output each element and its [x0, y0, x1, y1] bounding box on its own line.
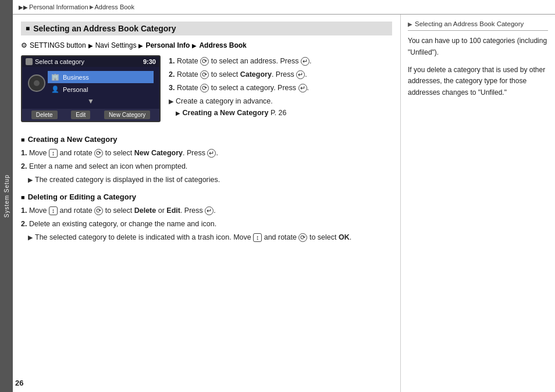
sub-step-text: Create a category in advance. ▶ Creating…: [176, 95, 287, 119]
creating-heading: Creating a New Category: [21, 135, 392, 144]
personal-icon: 👤: [51, 85, 59, 93]
creating-step-1: 1. Move ↕ and rotate ⟳ to select New Cat…: [21, 147, 392, 159]
new-category-btn[interactable]: New Category: [104, 111, 150, 119]
creating-section: Creating a New Category 1. Move ↕ and ro…: [21, 135, 392, 186]
right-panel-para1: You can have up to 100 categories (inclu…: [408, 35, 548, 59]
sidebar-label: System Setup: [3, 174, 10, 218]
creating-step-2: 2. Enter a name and select an icon when …: [21, 161, 392, 172]
page-number: 26: [15, 379, 23, 387]
delete-text: Delete: [134, 206, 156, 215]
settings-icon: ⚙: [21, 41, 27, 49]
move-icon-3: ↕: [253, 233, 262, 242]
screen-and-steps: Select a category 9:30: [21, 55, 392, 128]
creating-sub-text: The created category is displayed in the…: [35, 174, 220, 186]
ok-text: OK: [339, 233, 350, 241]
breadcrumb: ▶▶ Personal Information ▶ Address Book: [13, 0, 555, 15]
deleting-sub-text: The selected category to delete is indic…: [35, 231, 351, 243]
deleting-step1-num: 1.: [21, 206, 27, 215]
sub-step-link-icon: ▶: [176, 110, 180, 116]
push-icon-3: ↵: [298, 84, 307, 92]
move-icon-1: ↕: [49, 149, 58, 158]
push-icon-2: ↵: [296, 70, 305, 79]
step2-num: 2.: [169, 70, 175, 79]
business-label: Business: [63, 74, 89, 81]
creating-step2-num: 2.: [21, 162, 27, 170]
deleting-sub-arrow: ▶: [28, 233, 33, 243]
creating-sub-step: ▶ The created category is displayed in t…: [28, 174, 392, 186]
nav-step3: Address Book: [199, 41, 246, 49]
sub-step-create: ▶ Create a category in advance. ▶ Creati…: [169, 95, 392, 119]
deleting-section: Deleting or Editing a Category 1. Move ↕…: [21, 193, 392, 243]
step1-num: 1.: [169, 57, 175, 65]
right-panel-title: Selecting an Address Book Category: [415, 20, 524, 27]
nav-step1: Navi Settings: [95, 41, 137, 49]
deleting-step-1: 1. Move ↕ and rotate ⟳ to select Delete …: [21, 205, 392, 216]
category-business: 🏢 Business: [48, 71, 154, 83]
right-panel-header: ▶ Selecting an Address Book Category: [408, 20, 548, 31]
deleting-step2-num: 2.: [21, 220, 27, 228]
edit-btn[interactable]: Edit: [71, 111, 90, 119]
sidebar: System Setup: [0, 0, 13, 392]
delete-btn[interactable]: Delete: [31, 111, 58, 119]
breadcrumb-item1: Personal Information: [29, 3, 88, 10]
personal-label: Personal: [63, 86, 88, 93]
screen-container: Select a category 9:30: [21, 55, 161, 122]
move-icon-2: ↕: [49, 206, 58, 215]
nav-settings: SETTINGS button: [30, 41, 86, 49]
creating-step2-text: Enter a name and select an icon when pro…: [29, 162, 187, 170]
creating-heading-text: Creating a New Category: [28, 135, 118, 144]
new-category-text: New Category: [134, 149, 183, 157]
deleting-heading-text: Deleting or Editing a Category: [28, 193, 136, 201]
creating-sub-arrow: ▶: [28, 175, 33, 186]
business-icon: 🏢: [51, 73, 59, 81]
screen-title: Select a category: [35, 58, 84, 65]
sub-step-link: Creating a New Category: [182, 109, 268, 117]
right-panel-text: You can have up to 100 categories (inclu…: [408, 35, 548, 99]
content-area: Selecting an Address Book Category ⚙ SET…: [13, 15, 555, 392]
step2-bold: Category: [240, 70, 272, 79]
panel-header-icon: ▶: [408, 21, 412, 27]
knob-icon-3: ⟳: [200, 84, 209, 92]
section-title: Selecting an Address Book Category: [33, 24, 176, 33]
breadcrumb-arrow1: ▶▶: [19, 4, 28, 10]
knob-icon-1: ⟳: [200, 57, 209, 66]
knob-icon-5: ⟳: [94, 206, 103, 215]
category-personal: 👤 Personal: [48, 83, 154, 95]
creating-step1-num: 1.: [21, 149, 27, 157]
screen-time: 9:30: [143, 58, 156, 65]
right-panel-para2: If you delete a category that is used by…: [408, 65, 548, 99]
deleting-step2-text: Delete an existing category, or change t…: [29, 220, 216, 228]
nav-arrow3: ▶: [192, 42, 197, 49]
edit-text: Edit: [166, 206, 180, 215]
breadcrumb-item2: Address Book: [95, 3, 134, 10]
deleting-steps: 1. Move ↕ and rotate ⟳ to select Delete …: [21, 205, 392, 243]
push-icon-4: ↵: [207, 149, 216, 158]
deleting-step-2: 2. Delete an existing category, or chang…: [21, 218, 392, 230]
creating-steps: 1. Move ↕ and rotate ⟳ to select New Cat…: [21, 147, 392, 186]
deleting-sub-step: ▶ The selected category to delete is ind…: [28, 231, 392, 243]
main-content: ▶▶ Personal Information ▶ Address Book S…: [13, 0, 555, 392]
breadcrumb-arrow2: ▶: [90, 4, 94, 10]
screen-image: Select a category 9:30: [21, 55, 161, 122]
nav-arrow1: ▶: [88, 42, 93, 49]
knob-icon-2: ⟳: [200, 70, 209, 79]
left-content: Selecting an Address Book Category ⚙ SET…: [13, 15, 401, 392]
screen-nav-row: ▼: [24, 96, 157, 106]
screen-footer: Delete Edit New Category: [22, 109, 159, 121]
deleting-heading: Deleting or Editing a Category: [21, 193, 392, 201]
knob-icon-4: ⟳: [94, 149, 103, 158]
section-heading: Selecting an Address Book Category: [21, 22, 392, 35]
nav-triangle: ▼: [87, 97, 94, 105]
push-icon-1: ↵: [301, 57, 309, 66]
nav-arrow2: ▶: [138, 42, 143, 49]
push-icon-5: ↵: [205, 206, 214, 215]
sub-step-arrow: ▶: [169, 97, 173, 107]
knob-icon-6: ⟳: [298, 233, 307, 242]
screen-header: Select a category 9:30: [22, 56, 159, 67]
screen-body: 🏢 Business 👤 Personal: [22, 67, 159, 109]
sub-step-page: P. 26: [271, 109, 287, 117]
right-panel: ▶ Selecting an Address Book Category You…: [401, 15, 555, 392]
step3-num: 3.: [169, 84, 175, 92]
nav-step2: Personal Info: [145, 41, 190, 49]
nav-path: ⚙ SETTINGS button ▶ Navi Settings ▶ Pers…: [21, 41, 392, 49]
